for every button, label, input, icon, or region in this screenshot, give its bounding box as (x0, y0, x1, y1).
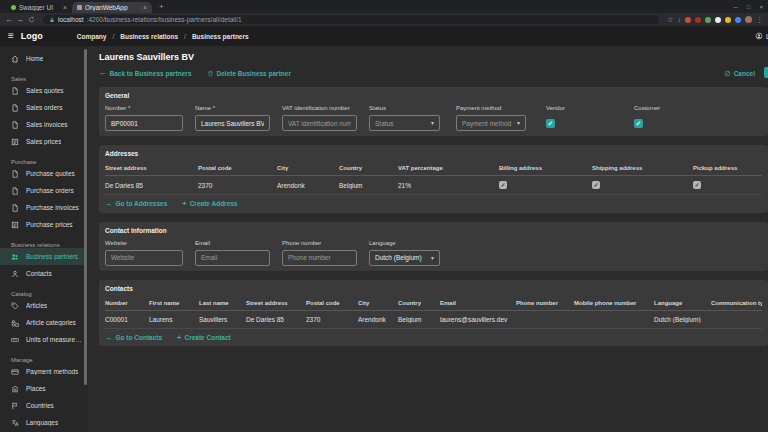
sidebar-item-label: Countries (26, 402, 54, 409)
browser-back-icon[interactable] (5, 16, 13, 24)
shipping-address-checkbox[interactable] (592, 181, 600, 189)
name-input[interactable] (195, 115, 270, 131)
extension-icon[interactable] (725, 17, 731, 23)
sidebar-item-business-partners[interactable]: Business partners (0, 248, 84, 265)
breadcrumb-business-relations[interactable]: Business relations (120, 33, 178, 40)
downloads-icon[interactable] (678, 16, 682, 23)
sidebar-item-sales-orders[interactable]: Sales orders (0, 99, 84, 116)
browser-tab-swagger[interactable]: Swagger UI (6, 2, 72, 13)
sidebar-item-purchase-quotes[interactable]: Purchase quotes (0, 165, 84, 182)
breadcrumb-business-partners[interactable]: Business partners (192, 33, 249, 40)
vendor-checkbox[interactable] (546, 119, 555, 128)
new-tab-button[interactable] (159, 3, 164, 11)
sidebar-item-places[interactable]: Places (0, 380, 84, 397)
sidebar-scrollbar[interactable] (84, 49, 87, 385)
pickup-address-checkbox[interactable] (693, 181, 701, 189)
sidebar-item-purchase-invoices[interactable]: Purchase invoices (0, 199, 84, 216)
hamburger-menu-icon[interactable] (8, 31, 14, 41)
browser-profile-avatar[interactable] (745, 16, 752, 23)
sidebar-item-label: Sales prices (26, 138, 61, 145)
back-button-label: Back to Business partners (110, 70, 192, 77)
sidebar-item-languages[interactable]: Languages (0, 414, 84, 431)
extension-icon[interactable] (735, 17, 741, 23)
bookmark-star-icon[interactable] (667, 16, 673, 24)
language-label: Language (369, 240, 440, 246)
column-city: City (277, 165, 339, 171)
sidebar-item-label: Purchase invoices (26, 204, 79, 211)
sidebar-item-sales-invoices[interactable]: Sales invoices (0, 116, 84, 133)
column-email: Email (440, 300, 516, 306)
cell-last-name: Sauvillers (199, 316, 246, 323)
go-to-contacts-button[interactable]: Go to Contacts (105, 334, 162, 342)
cancel-button[interactable]: Cancel (724, 70, 755, 77)
window-maximize-icon[interactable] (747, 4, 751, 10)
create-address-button[interactable]: Create Address (182, 200, 237, 208)
address-bar[interactable]: localhost:4200/business-relations/busine… (43, 15, 659, 24)
save-button[interactable]: Save (764, 67, 768, 78)
address-table-row[interactable]: De Daries 85 2370 Arendonk Belgium 21% (105, 176, 762, 195)
cell-billing-address (499, 181, 592, 189)
document-icon (11, 104, 19, 112)
status-select[interactable]: Status (369, 115, 440, 131)
browser-forward-icon[interactable] (17, 16, 25, 24)
sidebar-item-home[interactable]: Home (0, 50, 84, 67)
payment-method-select[interactable]: Payment method (456, 115, 526, 131)
sidebar-item-countries[interactable]: Countries (0, 397, 84, 414)
check-icon (694, 182, 699, 188)
extension-icon[interactable] (685, 17, 691, 23)
back-to-business-partners-button[interactable]: Back to Business partners (99, 69, 192, 77)
phone-number-input[interactable] (282, 250, 357, 266)
vat-identification-input[interactable] (282, 115, 357, 131)
status-field: Status Status (369, 105, 440, 131)
column-shipping-address: Shipping address (592, 165, 693, 171)
plus-icon (177, 334, 181, 342)
browser-refresh-icon[interactable] (28, 16, 35, 23)
sidebar-item-article-categories[interactable]: Article categories (0, 314, 84, 331)
sidebar-item-label: Business partners (26, 253, 78, 260)
sidebar-item-contacts[interactable]: Contacts (0, 265, 84, 282)
billing-address-checkbox[interactable] (499, 181, 507, 189)
extension-icon[interactable] (695, 17, 701, 23)
email-input[interactable] (195, 250, 270, 266)
addresses-table-header: Street address Postal code City Country … (105, 163, 762, 176)
tab-close-icon[interactable] (143, 4, 147, 11)
sidebar-section-sales: Sales (0, 69, 88, 82)
window-close-icon[interactable] (759, 4, 763, 10)
go-to-addresses-button[interactable]: Go to Addresses (105, 200, 167, 208)
language-select[interactable]: Dutch (Belgium) (369, 250, 440, 266)
cell-shipping-address (592, 181, 693, 189)
sidebar-item-label: Sales orders (26, 104, 63, 111)
customer-checkbox[interactable] (634, 119, 643, 128)
sidebar-item-sales-prices[interactable]: Sales prices (0, 133, 84, 150)
window-minimize-icon[interactable] (734, 4, 738, 10)
extension-icon[interactable] (705, 17, 711, 23)
cell-email: laurens@sauvillers.dev (440, 316, 516, 323)
document-icon (11, 204, 19, 212)
extension-icon[interactable] (715, 17, 721, 23)
sidebar-item-purchase-prices[interactable]: Purchase prices (0, 216, 84, 233)
tab-close-icon[interactable] (63, 4, 67, 11)
app-shell: Home Sales Sales quotes Sales orders Sal… (0, 46, 768, 432)
sidebar-item-label: Units of measure… (26, 336, 82, 343)
sidebar-item-label: Sales invoices (26, 121, 68, 128)
cell-vat-percentage: 21% (398, 182, 499, 189)
sidebar-item-payment-methods[interactable]: Payment methods (0, 363, 84, 380)
number-input[interactable] (105, 115, 183, 131)
contact-table-row[interactable]: C00001 Laurens Sauvillers De Daries 85 2… (105, 311, 762, 329)
browser-tab-app[interactable]: OryanWebApp (72, 2, 152, 13)
browser-chrome: Swagger UI OryanWebApp localhost:4200/bu… (0, 0, 768, 26)
browser-menu-icon[interactable] (756, 16, 763, 24)
delete-business-partner-button[interactable]: Delete Business partner (207, 70, 291, 77)
logout-button[interactable]: Logout (755, 32, 768, 40)
sidebar-item-sales-quotes[interactable]: Sales quotes (0, 82, 84, 99)
sidebar-item-articles[interactable]: Articles (0, 297, 84, 314)
sidebar-item-purchase-orders[interactable]: Purchase orders (0, 182, 84, 199)
breadcrumb-company[interactable]: Company (77, 33, 107, 40)
app-logo[interactable]: Logo (21, 31, 43, 41)
payment-method-label: Payment method (456, 105, 526, 111)
sidebar-item-units-of-measure[interactable]: Units of measure… (0, 331, 84, 348)
payment-method-select-placeholder: Payment method (462, 120, 511, 127)
create-contact-button[interactable]: Create Contact (177, 334, 231, 342)
customer-label: Customer (634, 105, 709, 111)
website-input[interactable] (105, 250, 183, 266)
